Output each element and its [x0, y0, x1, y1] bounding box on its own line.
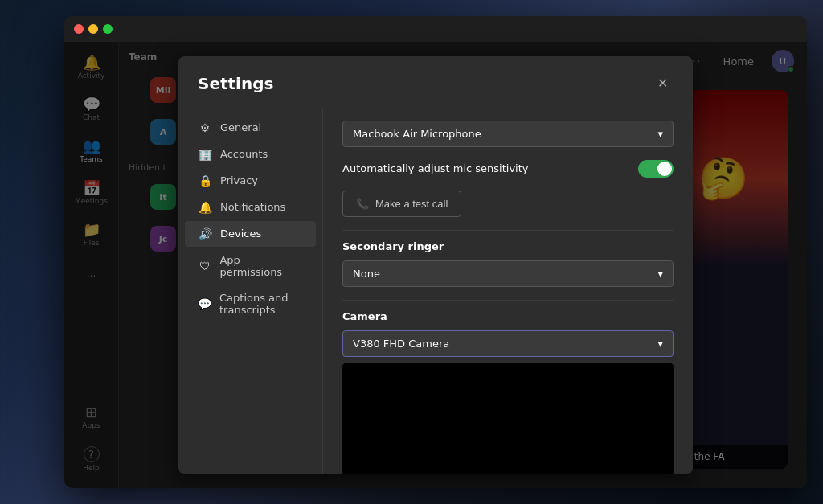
settings-title: Settings [198, 74, 273, 93]
camera-preview: Preview [342, 363, 674, 474]
title-bar [64, 16, 807, 42]
settings-nav-accounts[interactable]: 🏢 Accounts [185, 141, 316, 167]
app-window: 🔔 Activity 💬 Chat 👥 Teams 📅 Meetings 📁 F… [64, 16, 807, 488]
accounts-icon: 🏢 [198, 148, 212, 161]
settings-modal: Settings ✕ ⚙ General 🏢 Accounts [178, 56, 693, 474]
auto-adjust-row: Automatically adjust mic sensitivity [342, 160, 674, 178]
accounts-label: Accounts [220, 148, 268, 160]
settings-nav-general[interactable]: ⚙ General [185, 115, 316, 141]
microphone-dropdown-icon: ▾ [657, 128, 663, 140]
notifications-icon: 🔔 [198, 201, 212, 214]
test-call-icon: 📞 [356, 198, 369, 210]
traffic-lights [74, 24, 113, 34]
test-call-button[interactable]: 📞 Make a test call [342, 191, 461, 217]
notifications-label: Notifications [220, 201, 285, 213]
divider-2 [342, 300, 674, 301]
minimize-button[interactable] [88, 24, 98, 34]
app-permissions-icon: 🛡 [198, 260, 211, 272]
app-permissions-label: App permissions [219, 254, 303, 278]
settings-nav: ⚙ General 🏢 Accounts 🔒 Privacy 🔔 Notific… [178, 108, 323, 474]
camera-value: V380 FHD Camera [353, 338, 449, 350]
divider-1 [342, 230, 674, 231]
settings-header: Settings ✕ [178, 56, 693, 108]
microphone-dropdown[interactable]: Macbook Air Microphone ▾ [342, 121, 674, 147]
secondary-ringer-label: Secondary ringer [342, 240, 674, 252]
settings-content: Macbook Air Microphone ▾ Automatically a… [323, 108, 693, 474]
captions-icon: 💬 [198, 297, 211, 310]
privacy-label: Privacy [220, 174, 258, 186]
secondary-ringer-dropdown[interactable]: None ▾ [342, 260, 674, 287]
microphone-setting-row: Macbook Air Microphone ▾ [342, 121, 674, 147]
close-icon: ✕ [657, 76, 668, 91]
camera-dropdown[interactable]: V380 FHD Camera ▾ [342, 330, 674, 357]
general-icon: ⚙ [198, 121, 212, 134]
settings-nav-app-permissions[interactable]: 🛡 App permissions [185, 248, 316, 285]
settings-overlay: Settings ✕ ⚙ General 🏢 Accounts [64, 42, 807, 488]
auto-adjust-toggle[interactable] [638, 160, 674, 178]
settings-body: ⚙ General 🏢 Accounts 🔒 Privacy 🔔 Notific… [178, 108, 693, 474]
camera-dropdown-icon: ▾ [657, 338, 663, 350]
devices-label: Devices [220, 227, 261, 240]
secondary-ringer-value: None [353, 268, 380, 280]
settings-nav-captions[interactable]: 💬 Captions and transcripts [185, 285, 316, 322]
close-button[interactable] [74, 24, 84, 34]
microphone-value: Macbook Air Microphone [353, 128, 481, 140]
test-call-label: Make a test call [375, 198, 448, 210]
camera-setting-row: Camera V380 FHD Camera ▾ Preview [342, 310, 674, 474]
auto-adjust-label: Automatically adjust mic sensitivity [342, 162, 529, 174]
settings-nav-notifications[interactable]: 🔔 Notifications [185, 195, 316, 220]
settings-nav-devices[interactable]: 🔊 Devices [185, 221, 316, 247]
general-label: General [220, 121, 261, 133]
maximize-button[interactable] [103, 24, 113, 34]
privacy-icon: 🔒 [198, 174, 212, 187]
secondary-ringer-dropdown-icon: ▾ [657, 268, 663, 280]
captions-label: Captions and transcripts [219, 292, 303, 316]
settings-close-button[interactable]: ✕ [651, 72, 674, 95]
secondary-ringer-row: Secondary ringer None ▾ [342, 240, 674, 287]
settings-nav-privacy[interactable]: 🔒 Privacy [185, 168, 316, 194]
camera-label: Camera [342, 310, 674, 322]
devices-icon: 🔊 [198, 227, 212, 240]
